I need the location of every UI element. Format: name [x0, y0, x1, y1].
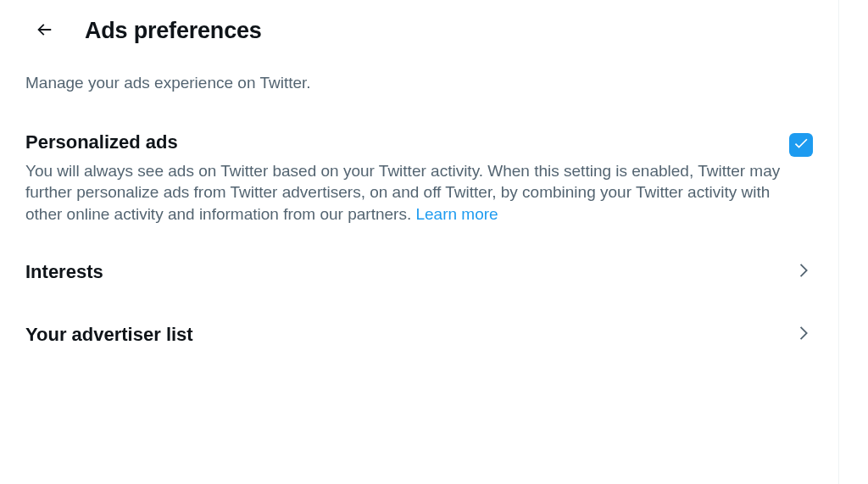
- interests-label: Interests: [25, 261, 103, 283]
- chevron-right-icon: [794, 324, 813, 346]
- advertiser-list-label: Your advertiser list: [25, 324, 193, 346]
- personalized-ads-description: You will always see ads on Twitter based…: [25, 160, 805, 225]
- personalized-ads-row: Personalized ads: [25, 131, 813, 160]
- personalized-ads-description-text: You will always see ads on Twitter based…: [25, 162, 780, 223]
- personalized-ads-title: Personalized ads: [25, 131, 178, 153]
- back-button[interactable]: [29, 15, 59, 46]
- advertiser-list-nav-item[interactable]: Your advertiser list: [0, 303, 838, 366]
- arrow-left-icon: [35, 20, 53, 42]
- learn-more-link[interactable]: Learn more: [415, 205, 498, 223]
- page-title: Ads preferences: [85, 18, 262, 44]
- chevron-right-icon: [794, 261, 813, 283]
- page-header: Ads preferences: [0, 0, 838, 61]
- checkmark-icon: [793, 135, 810, 155]
- ads-preferences-page: Ads preferences Manage your ads experien…: [0, 0, 839, 484]
- interests-nav-item[interactable]: Interests: [0, 241, 838, 303]
- personalized-ads-checkbox[interactable]: [789, 133, 813, 157]
- page-description: Manage your ads experience on Twitter.: [0, 61, 838, 118]
- personalized-ads-section: Personalized ads You will always see ads…: [0, 118, 838, 241]
